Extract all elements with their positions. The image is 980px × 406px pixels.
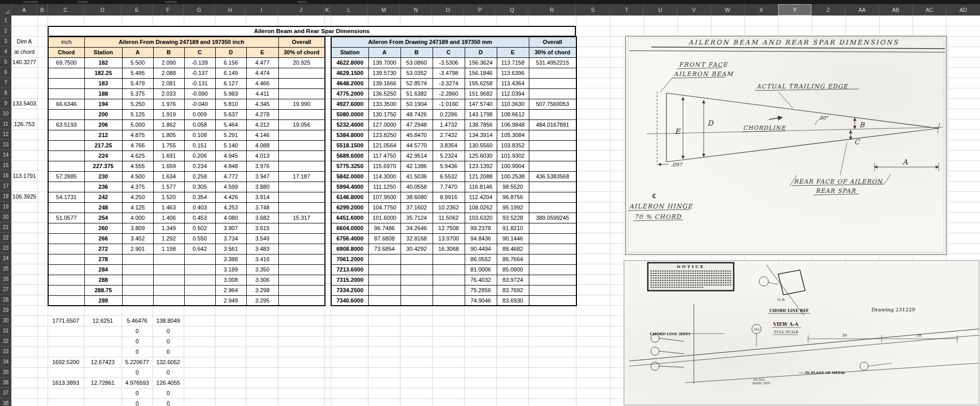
cell[interactable]: 6.156 [215, 57, 246, 68]
cell[interactable]: 3.306 [246, 275, 278, 285]
cell[interactable]: 7213.6000 [331, 264, 368, 275]
cell[interactable]: 123.1392 [465, 161, 497, 171]
cell[interactable]: 4.080 [215, 213, 246, 223]
cell[interactable] [529, 78, 576, 88]
cell[interactable]: 6604.0000 [331, 223, 368, 233]
column-header-A[interactable]: A [11, 4, 37, 16]
cell[interactable] [529, 295, 576, 306]
cell[interactable]: 288 [84, 275, 122, 285]
cell[interactable]: 3.8354 [433, 140, 465, 151]
row-header-14[interactable]: 14 [0, 150, 11, 160]
row-header-31[interactable]: 31 [0, 326, 11, 336]
cell[interactable]: 7334.2500 [331, 285, 368, 295]
cell[interactable]: 0.009 [184, 109, 215, 119]
cell[interactable]: 288.75 [84, 285, 122, 295]
column-header-E[interactable]: E [122, 4, 153, 16]
cell[interactable]: 1.406 [153, 213, 184, 223]
cell[interactable]: 217.25 [84, 140, 122, 151]
column-header-R[interactable]: R [528, 4, 576, 16]
column-header-AB[interactable]: AB [879, 4, 913, 16]
cell[interactable]: 3.298 [246, 285, 278, 295]
cell[interactable]: 45.8470 [400, 130, 433, 140]
cell[interactable]: 4927.6000 [331, 99, 368, 109]
cell[interactable]: 103.8352 [497, 140, 529, 151]
inch-unit-header[interactable]: inch [48, 37, 84, 47]
cell[interactable]: 5.375 [122, 88, 153, 99]
cell[interactable] [48, 140, 84, 151]
cell[interactable]: 4.411 [246, 88, 278, 99]
cell[interactable]: 4.945 [215, 151, 246, 161]
cell[interactable]: 4629.1500 [331, 68, 368, 78]
cell[interactable]: 91.8210 [497, 223, 529, 233]
cell[interactable] [184, 295, 215, 306]
cell[interactable] [529, 88, 576, 99]
cell[interactable]: 212 [84, 130, 122, 140]
cell[interactable]: 5080.0000 [331, 109, 368, 119]
cell[interactable]: 127.0000 [368, 119, 400, 130]
cell[interactable]: 5.000 [122, 119, 153, 130]
cell[interactable]: 4.976593 [122, 378, 153, 388]
row-header-19[interactable]: 19 [0, 202, 11, 212]
cell[interactable] [368, 295, 400, 306]
cell[interactable] [278, 223, 325, 233]
cell[interactable]: 531.4952215 [529, 57, 576, 68]
cell[interactable] [48, 275, 84, 285]
cell[interactable]: 236 [84, 182, 122, 192]
cell[interactable]: 182 [84, 57, 122, 68]
cell[interactable]: 88.4682 [497, 244, 529, 254]
cell[interactable] [48, 151, 84, 161]
cell[interactable] [278, 88, 325, 99]
cell[interactable]: 132.6052 [153, 357, 184, 367]
column-header-B[interactable]: B [37, 4, 48, 16]
column-header-P[interactable]: P [464, 4, 496, 16]
cell[interactable]: 7340.6000 [331, 295, 368, 306]
cell[interactable]: 8.9916 [433, 192, 465, 202]
row-header-34[interactable]: 34 [0, 357, 11, 367]
cell[interactable]: -2.2860 [433, 88, 465, 99]
cell[interactable] [184, 285, 215, 295]
cell[interactable]: 114.3000 [368, 171, 400, 182]
row-header-28[interactable]: 28 [0, 295, 11, 305]
cell[interactable] [48, 295, 84, 306]
cell[interactable] [122, 264, 153, 275]
cell[interactable]: 3.809 [122, 223, 153, 233]
cell[interactable]: 0.206 [184, 151, 215, 161]
cell[interactable] [529, 109, 576, 119]
cell[interactable]: 6.127 [215, 78, 246, 88]
cell[interactable]: 1692.5200 [48, 357, 84, 367]
cell[interactable]: 0 [122, 336, 153, 347]
cell[interactable]: 85.0900 [497, 264, 529, 275]
cell[interactable] [529, 140, 576, 151]
cell[interactable]: 2.090 [153, 57, 184, 68]
cell[interactable] [529, 182, 576, 192]
cell[interactable]: 5.9436 [433, 161, 465, 171]
cell[interactable]: 5384.8000 [331, 130, 368, 140]
cell[interactable] [48, 130, 84, 140]
cell[interactable] [529, 202, 576, 213]
cell[interactable] [48, 68, 84, 78]
cell[interactable]: 75.2856 [465, 285, 497, 295]
inch-col-header-c[interactable]: C [184, 47, 215, 57]
cell[interactable]: 81.0006 [465, 264, 497, 275]
row-header-25[interactable]: 25 [0, 264, 11, 274]
cell[interactable]: 0 [153, 398, 184, 406]
cell[interactable]: 3.561 [215, 244, 246, 254]
cell[interactable]: 5775.3250 [331, 161, 368, 171]
cell[interactable] [433, 254, 465, 264]
cell[interactable]: 1.198 [153, 244, 184, 254]
inch-chord-header[interactable]: Chord [48, 47, 84, 57]
cell[interactable] [400, 275, 433, 285]
cell[interactable]: 4.278 [246, 109, 278, 119]
cell[interactable]: -3.5306 [433, 57, 465, 68]
cell[interactable]: 100.9904 [497, 161, 529, 171]
row-header-32[interactable]: 32 [0, 336, 11, 347]
cell[interactable]: 1.755 [153, 140, 184, 151]
drawing-231229-image[interactable]: NOTICE ⅛ R CHORD LINE REF VIEW A-A FULL … [623, 260, 980, 406]
cell[interactable] [368, 254, 400, 264]
cell[interactable] [48, 254, 84, 264]
cell[interactable]: 112.0394 [497, 88, 529, 99]
cell[interactable] [48, 182, 84, 192]
cell[interactable]: 278 [84, 254, 122, 264]
mm-col-header-station[interactable]: Station [331, 47, 368, 57]
row-header-2[interactable]: 2 [0, 26, 11, 36]
